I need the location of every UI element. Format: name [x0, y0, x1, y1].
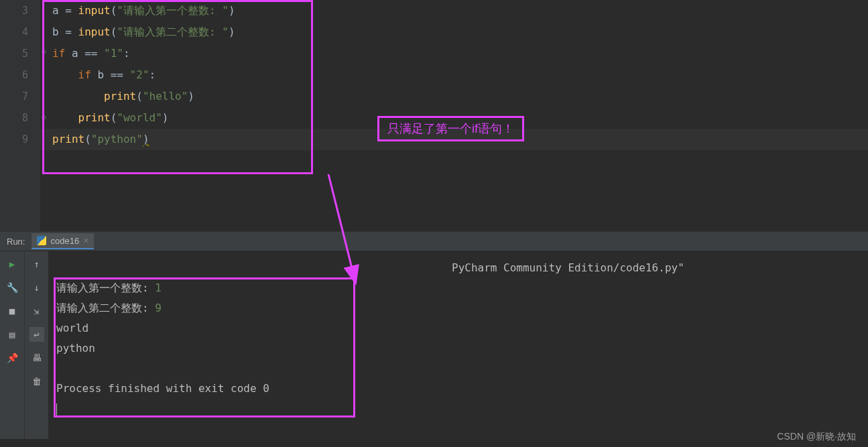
- pin-icon[interactable]: 📌: [5, 350, 19, 365]
- code-token: (: [111, 25, 117, 38]
- code-token: input: [78, 25, 111, 38]
- line-number: 7: [0, 86, 28, 107]
- down-arrow-icon[interactable]: ↓: [29, 280, 44, 295]
- watermark: CSDN @新晓·故知: [777, 431, 856, 443]
- code-token: [65, 47, 72, 60]
- code-token: ): [229, 4, 235, 17]
- code-token: ==: [78, 47, 105, 60]
- code-token: (: [111, 4, 117, 17]
- code-token: [91, 68, 98, 81]
- console-line: python: [56, 338, 860, 359]
- code-token: "python": [91, 133, 143, 145]
- run-panel-label: Run:: [0, 237, 32, 247]
- layout-icon[interactable]: ▤: [5, 327, 19, 342]
- code-token: =: [59, 25, 78, 38]
- code-token: input: [78, 4, 111, 17]
- console-cursor: [56, 403, 57, 416]
- console-panel: ▶ 🔧 ■ ▤ 📌 ↑ ↓ ⇲ ↩ 🖶 🗑 PyCharm Community …: [0, 251, 868, 439]
- code-token: [52, 90, 104, 103]
- console-input-value: 1: [155, 281, 162, 294]
- code-token: ): [162, 111, 169, 124]
- code-token: b: [97, 68, 104, 81]
- up-arrow-icon[interactable]: ↑: [29, 257, 44, 271]
- code-token: =: [59, 4, 78, 17]
- line-number: 6: [0, 64, 28, 86]
- line-number: 5: [0, 43, 28, 64]
- console-exit-line: Process finished with exit code 0: [56, 379, 860, 399]
- line-number: 9: [0, 129, 28, 150]
- run-tab-name: code16: [50, 236, 79, 246]
- run-toolbar: Run: code16 ×: [0, 231, 868, 251]
- code-token: [52, 68, 78, 81]
- code-token: if: [52, 47, 65, 60]
- console-output[interactable]: PyCharm Community Edition/code16.py" 请输入…: [48, 251, 868, 439]
- console-line: world: [56, 318, 860, 338]
- code-token: a: [72, 47, 78, 60]
- wrench-icon[interactable]: 🔧: [5, 280, 19, 295]
- code-token: "world": [117, 111, 162, 124]
- line-number: 8: [0, 107, 28, 129]
- code-token: ==: [104, 68, 130, 81]
- code-token: "请输入第二个整数: ": [117, 25, 229, 38]
- annotation-text: 只满足了第一个if语句！: [377, 116, 524, 141]
- export-icon[interactable]: ⇲: [29, 304, 44, 318]
- code-token: print: [104, 90, 136, 103]
- code-token: print: [78, 111, 111, 124]
- code-token: print: [52, 133, 84, 145]
- line-number: 3: [0, 0, 28, 21]
- code-token: (: [136, 90, 143, 103]
- wrap-icon[interactable]: ↩: [29, 327, 44, 342]
- code-token: :: [123, 47, 130, 60]
- code-token: (: [84, 133, 91, 145]
- print-icon[interactable]: 🖶: [29, 350, 44, 365]
- run-tab[interactable]: code16 ×: [32, 233, 94, 249]
- code-token: ): [188, 90, 194, 103]
- code-token: if: [78, 68, 91, 81]
- line-number: 4: [0, 21, 28, 43]
- code-token: ): [143, 133, 149, 145]
- code-token: b: [52, 25, 59, 38]
- code-token: "请输入第一个整数: ": [117, 4, 229, 17]
- trash-icon[interactable]: 🗑: [29, 374, 44, 389]
- close-icon[interactable]: ×: [83, 235, 88, 246]
- run-icon[interactable]: ▶: [5, 257, 19, 271]
- stop-icon[interactable]: ■: [5, 304, 19, 318]
- run-tool-column-right: ↑ ↓ ⇲ ↩ 🖶 🗑: [24, 251, 48, 439]
- console-path: PyCharm Community Edition/code16.py": [452, 261, 684, 274]
- code-token: (: [111, 111, 117, 124]
- run-tool-column-left: ▶ 🔧 ■ ▤ 📌: [0, 251, 24, 439]
- code-token: :: [149, 68, 156, 81]
- gutter: 3 4 5 6 7 8 9: [0, 0, 40, 231]
- code-token: ): [229, 25, 235, 38]
- code-token: [52, 111, 78, 124]
- console-prompt: 请输入第二个整数:: [56, 302, 155, 314]
- console-input-value: 9: [155, 302, 162, 314]
- python-file-icon: [37, 236, 46, 245]
- code-token: a: [52, 4, 59, 17]
- code-token: "2": [130, 68, 149, 81]
- code-token: "hello": [143, 90, 188, 103]
- console-prompt: 请输入第一个整数:: [56, 281, 155, 294]
- code-token: "1": [104, 47, 123, 60]
